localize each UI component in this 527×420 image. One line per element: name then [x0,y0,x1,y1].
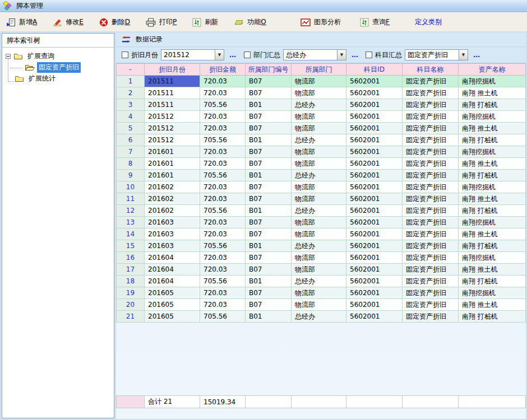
row-number-cell[interactable]: 13 [117,217,145,228]
table-cell[interactable]: 201603 [145,217,200,228]
table-cell[interactable]: 固定资产折旧 [403,146,459,158]
table-cell[interactable]: 物流部 [292,193,346,205]
table-cell[interactable]: 201511 [145,87,200,99]
row-number-cell[interactable]: 11 [117,193,145,205]
modify-button[interactable]: 修改E [51,15,85,30]
table-cell[interactable]: B07 [246,158,292,170]
table-cell[interactable]: 固定资产折旧 [403,134,459,146]
table-cell[interactable]: 705.56 [200,276,246,287]
table-cell[interactable]: B07 [246,123,292,134]
table-cell[interactable]: 201604 [145,276,200,287]
delete-button[interactable]: 删除D [98,15,132,30]
table-cell[interactable]: 总经办 [292,240,346,252]
row-number-cell[interactable]: 17 [117,264,145,276]
table-cell[interactable]: 固定资产折旧 [403,193,459,205]
row-number-cell[interactable]: 21 [117,311,145,323]
table-cell[interactable]: 固定资产折旧 [403,228,459,240]
table-cell[interactable]: B07 [246,287,292,299]
table-cell[interactable]: 南翔 打桩机 [459,205,526,217]
define-category-button[interactable]: 定义类别 [415,17,442,27]
row-number-cell[interactable]: 4 [117,111,145,123]
table-cell[interactable]: 5602001 [346,99,403,111]
table-cell[interactable]: B01 [246,170,292,181]
table-cell[interactable]: 南翔 推土机 [459,299,526,311]
table-cell[interactable]: 物流部 [292,217,346,228]
table-cell[interactable]: 固定资产折旧 [403,111,459,123]
table-row[interactable]: 7201601720.03B07物流部5602001固定资产折旧南翔挖掘机 [117,146,526,158]
table-cell[interactable]: 720.03 [200,123,246,134]
table-cell[interactable]: 201601 [145,146,200,158]
table-cell[interactable]: 720.03 [200,193,246,205]
table-cell[interactable]: 720.03 [200,228,246,240]
table-row[interactable]: 8201601720.03B07物流部5602001固定资产折旧南翔 推土机 [117,158,526,170]
table-cell[interactable]: 南翔 打桩机 [459,276,526,287]
table-cell[interactable]: 201602 [145,193,200,205]
table-cell[interactable]: 固定资产折旧 [403,205,459,217]
table-cell[interactable]: B01 [246,99,292,111]
table-cell[interactable]: 物流部 [292,181,346,193]
table-cell[interactable]: 720.03 [200,264,246,276]
column-header[interactable]: 科目ID [346,64,403,76]
table-cell[interactable]: 201512 [145,134,200,146]
table-cell[interactable]: 南翔挖掘机 [459,181,526,193]
table-cell[interactable]: 总经办 [292,99,346,111]
table-cell[interactable]: 705.56 [200,99,246,111]
table-cell[interactable]: 南翔 推土机 [459,228,526,240]
subject-summary-more-button[interactable]: … [473,51,480,59]
table-cell[interactable]: 南翔 推土机 [459,193,526,205]
table-cell[interactable]: 总经办 [292,205,346,217]
table-cell[interactable]: 5602001 [346,240,403,252]
table-cell[interactable]: 固定资产折旧 [403,299,459,311]
table-cell[interactable]: 201604 [145,252,200,264]
table-cell[interactable]: 南翔 打桩机 [459,170,526,181]
table-cell[interactable]: 物流部 [292,87,346,99]
table-cell[interactable]: 南翔挖掘机 [459,217,526,228]
column-header[interactable]: 所属部门编号 [246,64,292,76]
table-row[interactable]: 17201604720.03B07物流部5602001固定资产折旧南翔 推土机 [117,264,526,276]
table-cell[interactable]: 南翔挖掘机 [459,252,526,264]
table-cell[interactable]: 南翔 打桩机 [459,240,526,252]
table-cell[interactable]: 总经办 [292,276,346,287]
table-cell[interactable]: 201512 [145,123,200,134]
table-cell[interactable]: 5602001 [346,217,403,228]
table-cell[interactable]: 固定资产折旧 [403,170,459,181]
tree-item-extended-statistics[interactable]: 扩展统计 [2,73,114,84]
table-row[interactable]: 15201603705.56B01总经办5602001固定资产折旧南翔 打桩机 [117,240,526,252]
table-cell[interactable]: B07 [246,252,292,264]
table-cell[interactable]: 固定资产折旧 [403,181,459,193]
column-header[interactable]: 所属部门 [292,64,346,76]
table-cell[interactable]: 5602001 [346,134,403,146]
table-cell[interactable]: 总经办 [292,170,346,181]
table-cell[interactable]: 201603 [145,228,200,240]
table-cell[interactable]: 固定资产折旧 [403,123,459,134]
table-cell[interactable]: 南翔 推土机 [459,158,526,170]
table-cell[interactable]: 固定资产折旧 [403,264,459,276]
table-cell[interactable]: 705.56 [200,205,246,217]
table-cell[interactable]: 5602001 [346,158,403,170]
table-row[interactable]: 20201605720.03B07物流部5602001固定资产折旧南翔 推土机 [117,299,526,311]
table-cell[interactable]: 固定资产折旧 [403,287,459,299]
print-button[interactable]: 打印P [144,15,178,30]
table-cell[interactable]: 物流部 [292,228,346,240]
table-row[interactable]: 4201512720.03B07物流部5602001固定资产折旧南翔挖掘机 [117,111,526,123]
table-cell[interactable]: 720.03 [200,181,246,193]
depreciation-month-more-button[interactable]: … [229,51,237,59]
table-cell[interactable]: 南翔 推土机 [459,123,526,134]
tree-item-fixed-asset-depreciation[interactable]: 固定资产折旧 [2,62,114,73]
table-row[interactable]: 6201512705.56B01总经办5602001固定资产折旧南翔 打桩机 [117,134,526,146]
table-row[interactable]: 12201602705.56B01总经办5602001固定资产折旧南翔 打桩机 [117,205,526,217]
table-cell[interactable]: B07 [246,146,292,158]
table-row[interactable]: 16201604720.03B07物流部5602001固定资产折旧南翔挖掘机 [117,252,526,264]
table-cell[interactable]: 720.03 [200,146,246,158]
table-cell[interactable]: 201601 [145,158,200,170]
table-cell[interactable]: B07 [246,228,292,240]
table-cell[interactable]: 固定资产折旧 [403,252,459,264]
table-row[interactable]: 3201511705.56B01总经办5602001固定资产折旧南翔 打桩机 [117,99,526,111]
row-number-cell[interactable]: 8 [117,158,145,170]
table-cell[interactable]: 物流部 [292,111,346,123]
table-row[interactable]: 14201603720.03B07物流部5602001固定资产折旧南翔 推土机 [117,228,526,240]
row-number-cell[interactable]: 15 [117,240,145,252]
table-cell[interactable]: 5602001 [346,287,403,299]
column-header[interactable]: 折旧月份 [145,64,200,76]
table-cell[interactable]: 物流部 [292,123,346,134]
